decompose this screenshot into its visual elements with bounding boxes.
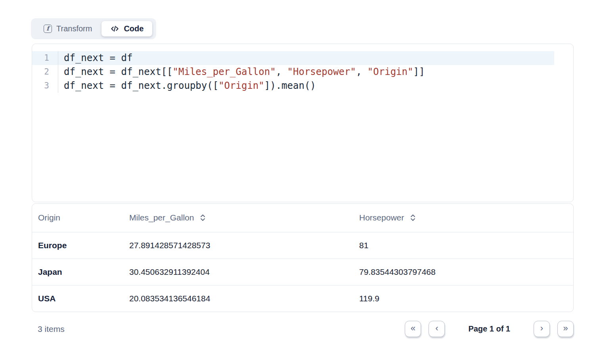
line-number: 3 [32,79,58,93]
column-label: Origin [38,213,60,222]
line-number: 1 [32,51,58,65]
code-line-text: df_next = df_next[["Miles_per_Gallon", "… [58,65,425,79]
table-footer: 3 items « ‹ Page 1 of 1 › » [32,312,574,337]
chevron-right-icon: › [540,324,543,333]
code-icon [110,24,119,33]
column-header-miles_per_gallon[interactable]: Miles_per_Gallon [123,204,353,232]
last-page-button[interactable]: » [557,321,574,337]
double-chevron-left-icon: « [411,324,415,333]
table-cell: 27.891428571428573 [123,232,353,259]
table-cell: 20.083534136546184 [123,285,353,312]
sort-icon[interactable] [200,214,206,222]
tab-transform[interactable]: f Transform [35,21,101,36]
table-row: Japan30.45063291139240479.83544303797468 [32,259,573,285]
table-cell: 30.450632911392404 [123,259,353,285]
first-page-button[interactable]: « [405,321,421,337]
transform-cell: f Transform Code 1df_next = df2df_next =… [0,0,574,337]
table-cell: 79.83544303797468 [353,259,573,285]
code-lines: 1df_next = df2df_next = df_next[["Miles_… [32,51,573,93]
double-chevron-right-icon: » [563,324,568,333]
line-number: 2 [32,65,58,79]
result-table: OriginMiles_per_GallonHorsepower Europe2… [32,204,573,312]
code-line-text: df_next = df [58,51,132,65]
tab-transform-label: Transform [56,24,92,33]
result-table-card: OriginMiles_per_GallonHorsepower Europe2… [32,203,574,312]
column-label: Miles_per_Gallon [129,213,194,222]
table-row: Europe27.89142857142857381 [32,232,573,259]
view-mode-tabbar: f Transform Code [31,18,156,39]
pagination: « ‹ Page 1 of 1 › » [405,321,574,337]
table-cell: 81 [353,232,573,259]
tab-code-label: Code [124,24,144,33]
items-count: 3 items [38,324,65,334]
page-indicator: Page 1 of 1 [468,324,510,333]
column-header-origin: Origin [32,204,123,232]
code-line[interactable]: 2df_next = df_next[["Miles_per_Gallon", … [32,65,573,79]
code-line[interactable]: 3df_next = df_next.groupby(["Origin"]).m… [32,79,573,93]
table-row: USA20.083534136546184119.9 [32,285,573,312]
function-icon: f [44,25,52,33]
table-cell: 119.9 [353,285,573,312]
table-header-row: OriginMiles_per_GallonHorsepower [32,204,573,232]
code-line-text: df_next = df_next.groupby(["Origin"]).me… [58,79,316,93]
sort-icon[interactable] [410,214,416,222]
chevron-left-icon: ‹ [435,324,438,333]
column-header-horsepower[interactable]: Horsepower [353,204,573,232]
column-label: Horsepower [359,213,404,222]
table-cell: Japan [32,259,123,285]
table-cell: USA [32,285,123,312]
code-editor[interactable]: 1df_next = df2df_next = df_next[["Miles_… [32,44,574,202]
code-line[interactable]: 1df_next = df [32,51,573,65]
table-cell: Europe [32,232,123,259]
prev-page-button[interactable]: ‹ [429,321,445,337]
next-page-button[interactable]: › [534,321,550,337]
tab-code[interactable]: Code [101,21,152,36]
